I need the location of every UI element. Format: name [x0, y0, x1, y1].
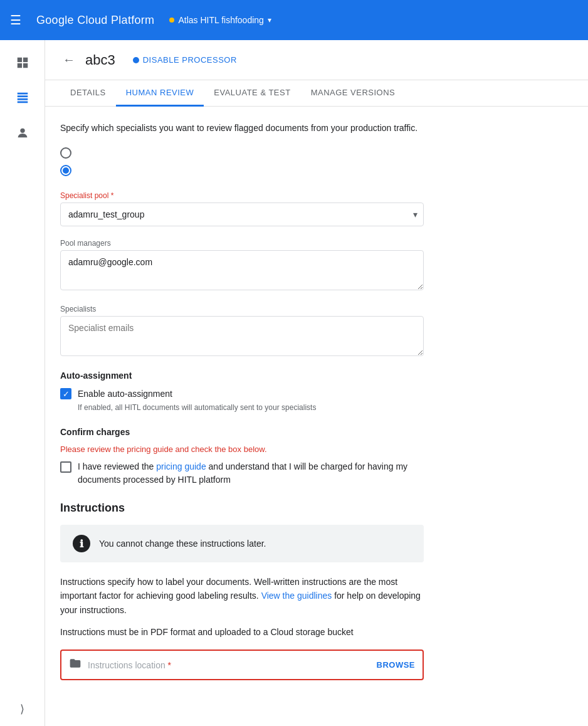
- instructions-location-input: Instructions location * BROWSE: [60, 650, 424, 680]
- app-title: Google Cloud Platform: [36, 14, 154, 27]
- instructions-info-box: ℹ You cannot change these instructions l…: [60, 525, 424, 562]
- specialist-pool-select-wrapper: adamru_test_group ▾: [60, 203, 424, 226]
- project-selector[interactable]: Atlas HITL fishfooding ▾: [169, 15, 271, 25]
- confirm-charges-checkbox[interactable]: [60, 461, 71, 473]
- content-area: Specify which specialists you want to re…: [45, 107, 588, 695]
- auto-assignment-checkbox[interactable]: ✓: [60, 388, 71, 399]
- view-guidelines-link[interactable]: View the guidlines: [261, 591, 332, 601]
- specialist-radio-group: [60, 147, 573, 176]
- info-icon: ℹ: [73, 535, 90, 552]
- instructions-desc: Instructions specify how to label your d…: [60, 575, 424, 617]
- svg-rect-4: [17, 93, 28, 95]
- svg-rect-3: [23, 63, 27, 68]
- sidebar-icon-person[interactable]: [8, 118, 38, 148]
- project-status-dot: [169, 18, 174, 23]
- confirm-pre-text: I have reviewed the: [78, 461, 154, 471]
- radio-own-specialists[interactable]: [60, 165, 573, 176]
- instructions-location-label: Instructions location *: [88, 660, 370, 670]
- confirm-charges-section: Confirm charges Please review the pricin…: [60, 427, 573, 487]
- radio-google-specialists[interactable]: [60, 147, 573, 159]
- pool-managers-field: Pool managers: [60, 239, 573, 292]
- auto-assignment-checkbox-row: ✓ Enable auto-assignment: [60, 388, 573, 399]
- svg-point-8: [20, 129, 24, 133]
- tab-details[interactable]: DETAILS: [60, 80, 116, 107]
- specialists-textarea[interactable]: [60, 316, 424, 356]
- specialist-pool-field: Specialist pool * adamru_test_group ▾: [60, 191, 573, 226]
- project-chevron-icon: ▾: [268, 16, 271, 24]
- sidebar-icon-grid[interactable]: [8, 48, 38, 78]
- confirm-text: I have reviewed the pricing guide and un…: [78, 460, 429, 487]
- browse-button[interactable]: BROWSE: [377, 660, 416, 670]
- auto-assignment-section: Auto-assignment ✓ Enable auto-assignment…: [60, 371, 573, 412]
- tab-bar: DETAILS HUMAN REVIEW EVALUATE & TEST MAN…: [45, 80, 588, 107]
- auto-assignment-label: Enable auto-assignment: [78, 389, 172, 399]
- instructions-note: Instructions must be in PDF format and u…: [60, 627, 573, 637]
- pricing-guide-link[interactable]: pricing guide: [156, 461, 206, 471]
- project-name: Atlas HITL fishfooding: [178, 15, 263, 25]
- confirm-charges-warning: Please review the pricing guide and chec…: [60, 445, 573, 454]
- tab-evaluate-test[interactable]: EVALUATE & TEST: [204, 80, 300, 107]
- sidebar-icon-table[interactable]: [8, 83, 38, 113]
- radio-circle-google: [60, 147, 71, 159]
- pool-managers-label: Pool managers: [60, 239, 573, 248]
- page-header: ← abc3 DISABLE PROCESSOR: [45, 40, 588, 80]
- hamburger-icon[interactable]: ☰: [10, 13, 21, 28]
- svg-rect-7: [17, 102, 28, 103]
- instructions-title: Instructions: [60, 502, 573, 515]
- svg-rect-1: [23, 58, 27, 62]
- auto-assignment-title: Auto-assignment: [60, 371, 573, 381]
- specialists-field: Specialists: [60, 305, 573, 358]
- disable-processor-button[interactable]: DISABLE PROCESSOR: [133, 55, 237, 65]
- top-nav: ☰ Google Cloud Platform Atlas HITL fishf…: [0, 0, 588, 40]
- location-folder-icon: [69, 657, 81, 673]
- checkbox-check-icon: ✓: [63, 389, 70, 399]
- auto-assignment-sublabel: If enabled, all HITL documents will auto…: [78, 403, 573, 412]
- confirm-charges-title: Confirm charges: [60, 427, 573, 437]
- sidebar: ⟩: [0, 40, 45, 726]
- specialist-pool-select[interactable]: adamru_test_group: [60, 203, 424, 226]
- specialist-pool-label: Specialist pool *: [60, 191, 573, 200]
- radio-inner-dot: [63, 167, 69, 174]
- sidebar-collapse-btn[interactable]: ⟩: [20, 702, 24, 716]
- svg-rect-6: [17, 98, 28, 100]
- specialists-label: Specialists: [60, 305, 573, 313]
- disable-btn-dot: [133, 57, 139, 63]
- main-layout: ⟩ ← abc3 DISABLE PROCESSOR DETAILS HUMAN…: [0, 40, 588, 726]
- confirm-checkbox-row: I have reviewed the pricing guide and un…: [60, 460, 573, 487]
- description-text: Specify which specialists you want to re…: [60, 122, 573, 135]
- info-box-text: You cannot change these instructions lat…: [99, 539, 266, 549]
- tab-manage-versions[interactable]: MANAGE VERSIONS: [301, 80, 406, 107]
- disable-btn-label: DISABLE PROCESSOR: [143, 55, 237, 65]
- svg-rect-2: [17, 63, 21, 68]
- instructions-section: Instructions ℹ You cannot change these i…: [60, 502, 573, 680]
- pool-managers-textarea[interactable]: [60, 250, 424, 290]
- main-content: ← abc3 DISABLE PROCESSOR DETAILS HUMAN R…: [45, 40, 588, 726]
- tab-human-review[interactable]: HUMAN REVIEW: [116, 80, 204, 107]
- svg-rect-0: [17, 58, 21, 62]
- back-button[interactable]: ←: [60, 50, 78, 70]
- page-title: abc3: [85, 52, 115, 68]
- svg-rect-5: [17, 95, 28, 97]
- radio-circle-own: [60, 165, 71, 176]
